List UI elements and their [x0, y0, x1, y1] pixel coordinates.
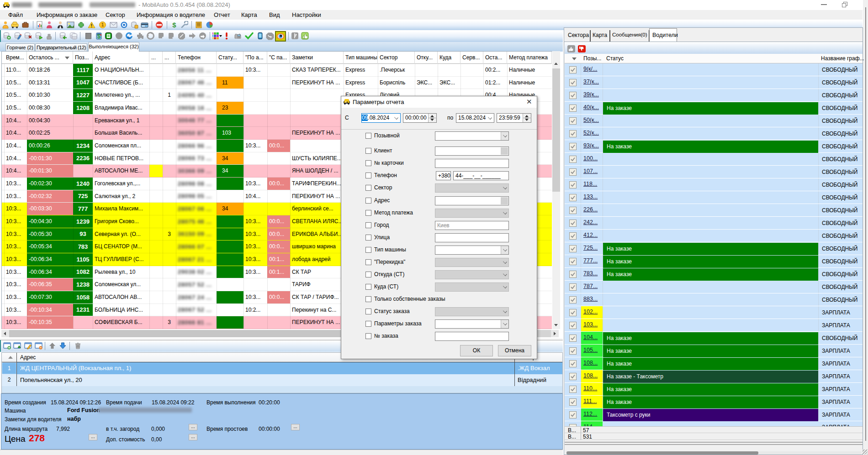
- svg-text:1: 1: [101, 22, 104, 27]
- svg-text:$: $: [172, 21, 176, 29]
- svg-text:$: $: [97, 33, 101, 40]
